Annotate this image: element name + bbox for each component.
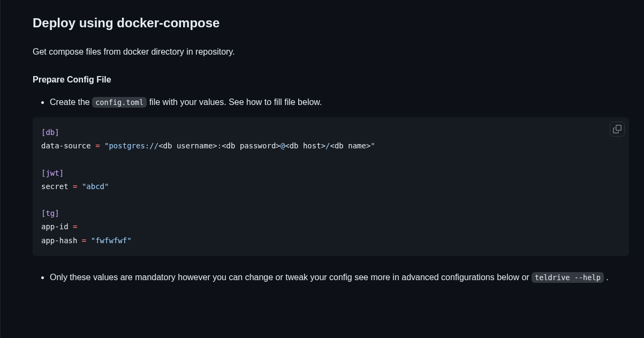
instruction-list-2: Only these values are mandatory however … [33,271,629,284]
section-jwt: [jwt] [41,169,64,177]
instruction-list: Create the config.toml file with your va… [33,96,629,109]
bullet2-prefix: Only these values are mandatory however … [50,273,532,282]
help-command-code: teldrive --help [532,272,604,283]
bullet1-suffix: file with your values. See how to fill f… [149,97,322,107]
key-data-source: data-source [41,141,91,150]
section-tg: [tg] [41,209,59,217]
copy-icon [613,125,622,133]
page-title: Deploy using docker-compose [33,13,629,33]
copy-button[interactable] [610,122,625,137]
list-item: Create the config.toml file with your va… [50,96,629,109]
list-item: Only these values are mandatory however … [50,271,629,284]
section-db: [db] [41,128,59,137]
key-app-id: app-id [41,222,69,231]
code-block: [db] data-source = "postgres://<db usern… [33,117,629,256]
key-secret: secret [41,182,69,191]
intro-text: Get compose files from docker directory … [33,46,629,58]
code-content: [db] data-source = "postgres://<db usern… [41,126,620,247]
bullet1-prefix: Create the [50,97,92,107]
bullet2-suffix: . [606,273,608,282]
key-app-hash: app-hash [41,236,77,245]
config-file-code: config.toml [92,97,147,108]
subheading: Prepare Config File [33,73,629,86]
